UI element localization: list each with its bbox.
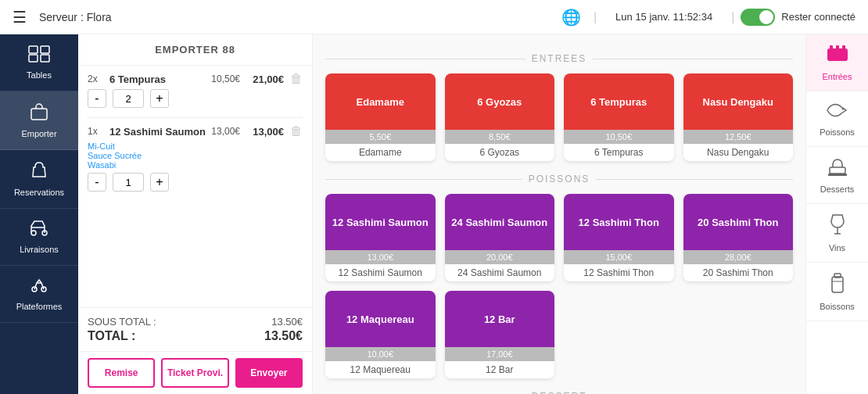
subtotal-label: SOUS TOTAL : <box>88 316 156 328</box>
menu-item-12maquereau-label: 12 Maquereau <box>325 361 436 378</box>
menu-item-12sashimi-thon-price: 15,00€ <box>564 250 674 264</box>
section-title-poissons: POISSONS <box>325 174 793 184</box>
poissons-cat-label: Poissons <box>820 127 855 137</box>
menu-item-6tempuras-body: 6 Tempuras <box>564 73 674 130</box>
section-title-entrees: ENTREES <box>325 53 793 64</box>
sidebar-item-plateformes[interactable]: Plateformes <box>0 266 78 323</box>
menu-item-6tempuras-label: 6 Tempuras <box>564 144 674 161</box>
menu-item-12sashimi-thon[interactable]: 12 Sashimi Thon 15,00€ 12 Sashimi Thon <box>564 194 674 281</box>
order-item-1-qty-control: - + <box>88 89 303 108</box>
sidebar-item-emporter[interactable]: Emporter <box>0 91 78 150</box>
menu-item-edamame-label: Edamame <box>325 144 436 161</box>
menu-icon[interactable]: ☰ <box>13 8 27 27</box>
order-item-1-total: 21,00€ <box>246 73 284 85</box>
order-item-2-modifier-3: Wasabi <box>88 160 303 170</box>
menu-item-edamame-price: 5,50€ <box>325 130 436 144</box>
vins-cat-icon <box>829 213 846 240</box>
stay-connected-area: Rester connecté <box>741 9 855 26</box>
main-layout: Tables Emporter Reservations <box>0 34 868 394</box>
menu-item-12maquereau-body: 12 Maquereau <box>325 291 436 347</box>
svg-rect-10 <box>830 45 833 50</box>
menu-item-6gyozas[interactable]: 6 Gyozas 8,50€ 6 Gyozas <box>445 73 555 161</box>
right-sidebar-item-entrees[interactable]: Entrées <box>806 34 868 91</box>
svg-rect-14 <box>830 167 845 174</box>
svg-rect-12 <box>842 45 845 50</box>
plateformes-icon <box>29 277 49 299</box>
order-item-2-qty-control: - + <box>88 173 303 192</box>
menu-item-12sashimi-saumon-price: 13,00€ <box>325 250 436 264</box>
boissons-cat-label: Boissons <box>820 302 855 311</box>
menu-item-6tempuras-price: 10,50€ <box>564 130 674 144</box>
right-sidebar-item-desserts[interactable]: Desserts <box>806 147 868 204</box>
entrees-cat-icon <box>826 44 849 69</box>
order-item-2-unit-price: 13,00€ <box>211 126 240 137</box>
order-item-1-increase[interactable]: + <box>150 89 169 108</box>
left-sidebar: Tables Emporter Reservations <box>0 34 78 394</box>
menu-item-nasu-dengaku[interactable]: Nasu Dengaku 12,50€ Nasu Dengaku <box>683 73 794 161</box>
order-item-1-qty-input[interactable] <box>113 89 144 108</box>
order-footer: SOUS TOTAL : 13.50€ TOTAL : 13.50€ <box>78 307 312 351</box>
svg-point-5 <box>31 231 36 235</box>
order-item-2-decrease[interactable]: - <box>88 173 106 192</box>
stay-connected-toggle[interactable] <box>741 9 775 26</box>
order-item-2: 1x 12 Sashimi Saumon 13,00€ 13,00€ 🗑 Mi-… <box>88 124 303 192</box>
subtotal-value: 13.50€ <box>271 316 303 328</box>
menu-item-12bar[interactable]: 12 Bar 17,00€ 12 Bar <box>445 291 555 378</box>
svg-rect-0 <box>29 46 38 53</box>
reservations-label: Reservations <box>14 188 64 197</box>
vins-cat-label: Vins <box>829 243 845 253</box>
order-item-2-qty: 1x <box>88 126 106 137</box>
stay-connected-label: Rester connecté <box>781 11 855 23</box>
order-item-2-delete[interactable]: 🗑 <box>290 124 303 138</box>
livraisons-label: Livraisons <box>20 245 59 254</box>
boissons-cat-icon <box>829 272 846 299</box>
right-sidebar-item-vins[interactable]: Vins <box>806 204 868 263</box>
right-sidebar-item-poissons[interactable]: Poissons <box>806 91 868 147</box>
menu-item-20sashimi-thon-label: 20 Sashimi Thon <box>683 264 794 281</box>
order-title: EMPORTER 88 <box>78 34 312 66</box>
order-item-1-delete[interactable]: 🗑 <box>290 72 303 86</box>
entrees-cat-label: Entrées <box>823 72 852 81</box>
sidebar-item-reservations[interactable]: Reservations <box>0 150 78 209</box>
remise-button[interactable]: Remise <box>88 358 155 388</box>
menu-item-24sashimi-saumon[interactable]: 24 Sashimi Saumon 20,00€ 24 Sashimi Saum… <box>445 194 555 281</box>
menu-item-24sashimi-saumon-body: 24 Sashimi Saumon <box>445 194 555 250</box>
datetime-label: Lun 15 janv. 11:52:34 <box>615 11 712 23</box>
livraisons-icon <box>29 220 49 242</box>
order-item-2-total: 13,00€ <box>246 126 284 138</box>
order-item-1-decrease[interactable]: - <box>88 89 106 108</box>
separator-2: | <box>731 10 734 24</box>
ticket-provi-button[interactable]: Ticket Provi. <box>161 358 228 388</box>
menu-item-12sashimi-saumon-label: 12 Sashimi Saumon <box>325 264 436 281</box>
menu-item-12sashimi-saumon[interactable]: 12 Sashimi Saumon 13,00€ 12 Sashimi Saum… <box>325 194 436 281</box>
order-item-2-increase[interactable]: + <box>150 173 169 192</box>
svg-point-13 <box>841 108 844 110</box>
order-item-2-qty-input[interactable] <box>113 173 144 192</box>
menu-panel: ENTREES Edamame 5,50€ Edamame 6 Gyozas 8… <box>313 34 805 394</box>
order-item-2-name: 12 Sashimi Saumon <box>106 126 211 138</box>
tables-icon <box>28 45 50 67</box>
sidebar-item-livraisons[interactable]: Livraisons <box>0 209 78 266</box>
menu-item-12bar-body: 12 Bar <box>445 291 555 347</box>
envoyer-button[interactable]: Envoyer <box>235 358 303 388</box>
menu-item-6gyozas-label: 6 Gyozas <box>445 144 555 161</box>
order-item-1-name: 6 Tempuras <box>106 73 211 85</box>
order-actions: Remise Ticket Provi. Envoyer <box>78 351 312 394</box>
menu-item-20sashimi-thon[interactable]: 20 Sashimi Thon 28,00€ 20 Sashimi Thon <box>683 194 794 281</box>
menu-item-20sashimi-thon-price: 28,00€ <box>683 250 794 264</box>
right-sidebar-item-boissons[interactable]: Boissons <box>806 263 868 321</box>
order-item-2-modifier-1: Mi-Cuit <box>88 141 303 151</box>
sidebar-item-tables[interactable]: Tables <box>0 34 78 91</box>
svg-rect-11 <box>836 45 839 50</box>
poissons-grid: 12 Sashimi Saumon 13,00€ 12 Sashimi Saum… <box>325 194 793 378</box>
menu-item-20sashimi-thon-body: 20 Sashimi Thon <box>683 194 794 250</box>
order-item-1-qty: 2x <box>88 73 106 84</box>
order-items-list: 2x 6 Tempuras 10,50€ 21,00€ 🗑 - + 1x 12 … <box>78 66 312 307</box>
menu-item-6tempuras[interactable]: 6 Tempuras 10,50€ 6 Tempuras <box>564 73 674 161</box>
order-item-1-unit-price: 10,50€ <box>211 73 240 84</box>
entrees-grid: Edamame 5,50€ Edamame 6 Gyozas 8,50€ 6 G… <box>325 73 793 161</box>
emporter-label: Emporter <box>21 129 56 138</box>
menu-item-12maquereau[interactable]: 12 Maquereau 10,00€ 12 Maquereau <box>325 291 436 378</box>
order-divider-1 <box>88 117 303 118</box>
menu-item-edamame[interactable]: Edamame 5,50€ Edamame <box>325 73 436 161</box>
